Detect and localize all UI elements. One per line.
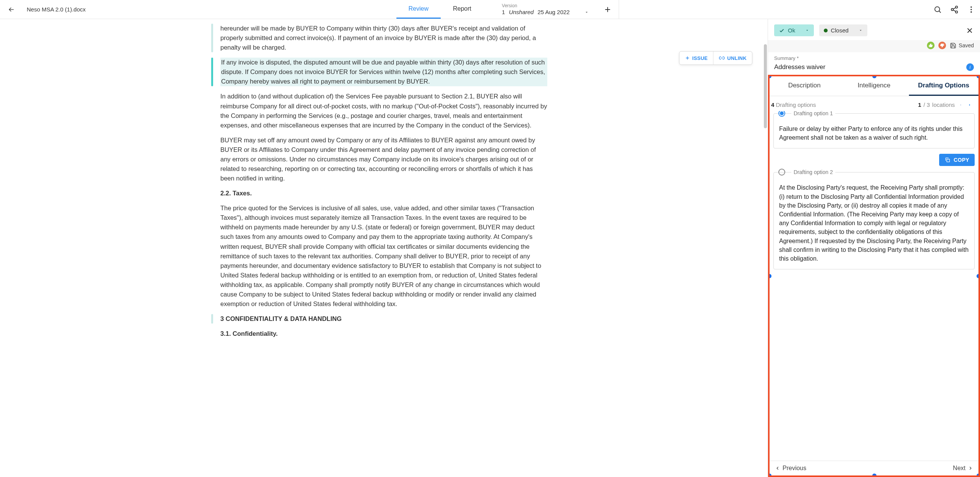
location-prev-button[interactable] (957, 103, 964, 107)
section-heading: 3 CONFIDENTIALITY & DATA HANDLING (220, 314, 547, 324)
thumbs-down-button[interactable] (938, 42, 946, 49)
resize-handle[interactable] (872, 474, 877, 477)
side-panel: Ok Closed (768, 19, 980, 477)
share-button[interactable] (950, 5, 959, 14)
svg-point-6 (970, 11, 972, 13)
options-label: Drafting options (776, 102, 816, 108)
chevron-left-icon (959, 103, 962, 107)
highlighted-region: Description Intelligence Drafting Option… (768, 75, 980, 477)
add-version-button[interactable] (603, 5, 612, 14)
previous-label: Previous (783, 465, 806, 472)
search-icon (933, 5, 942, 14)
option-label: Drafting option 1 (791, 111, 835, 116)
option-body: Failure or delay by either Party to enfo… (774, 124, 974, 148)
paragraph: The price quoted for the Services is inc… (220, 203, 547, 309)
svg-point-5 (970, 9, 972, 10)
arrow-left-icon (8, 6, 15, 13)
more-button[interactable] (967, 5, 975, 14)
more-vertical-icon (967, 5, 975, 14)
next-button[interactable]: Next (953, 465, 973, 472)
caret-down-icon (805, 28, 809, 32)
version-number: 1 (502, 9, 505, 16)
svg-point-4 (970, 6, 972, 8)
issue-button[interactable]: ISSUE (679, 52, 713, 64)
selection-toolbar: ISSUE UNLINK (679, 51, 752, 65)
share-icon (950, 5, 959, 14)
location-next-button[interactable] (966, 103, 973, 107)
svg-point-3 (956, 11, 958, 13)
unlink-button[interactable]: UNLINK (713, 52, 752, 64)
side-panel-meta: Saved (768, 40, 980, 52)
section-heading: 2.2. Taxes. (220, 189, 547, 198)
option-body: At the Disclosing Party's request, the R… (774, 183, 974, 269)
status-closed-dropdown[interactable]: Closed (819, 24, 867, 36)
scrollbar-thumb[interactable] (764, 44, 767, 128)
location-current: 1 (918, 102, 921, 108)
status-ok-label: Ok (788, 27, 795, 34)
save-icon (950, 42, 956, 49)
search-button[interactable] (933, 5, 942, 14)
tab-description[interactable]: Description (770, 76, 839, 96)
status-dot-icon (824, 29, 828, 32)
document-content: hereunder will be made by BUYER to Compa… (204, 19, 563, 351)
version-status: Unshared (509, 9, 534, 16)
status-closed-label: Closed (831, 27, 849, 34)
tab-report[interactable]: Report (441, 0, 484, 19)
summary-text[interactable]: Addresses waiver (774, 63, 825, 71)
chevron-right-icon (968, 466, 973, 471)
resize-handle[interactable] (872, 75, 877, 78)
paragraph-highlighted[interactable]: If any invoice is disputed, the disputed… (220, 58, 547, 86)
close-panel-button[interactable] (965, 26, 974, 35)
chevron-right-icon (968, 103, 972, 107)
paragraph: In addition to (and without duplication … (220, 92, 547, 130)
plus-icon (603, 5, 612, 14)
plus-icon (685, 55, 690, 61)
info-button[interactable]: i (966, 63, 974, 71)
locations-label: locations (932, 102, 955, 108)
resize-handle[interactable] (977, 474, 980, 477)
tab-review[interactable]: Review (396, 0, 441, 19)
tab-drafting-options[interactable]: Drafting Options (909, 76, 978, 96)
thumbs-up-button[interactable] (927, 42, 935, 49)
resize-handle[interactable] (768, 474, 771, 477)
previous-button[interactable]: Previous (775, 465, 806, 472)
check-icon (779, 27, 785, 34)
svg-point-1 (956, 6, 958, 8)
topbar-actions (933, 5, 975, 14)
saved-label: Saved (959, 42, 974, 48)
side-panel-header: Ok Closed (768, 19, 980, 40)
back-button[interactable] (5, 3, 18, 16)
thumbs-down-icon (940, 43, 944, 48)
unlink-label: UNLINK (727, 55, 747, 61)
version-label: Version (502, 3, 589, 8)
option-radio[interactable] (778, 169, 785, 176)
unlink-icon (719, 55, 725, 61)
document-pane[interactable]: ISSUE UNLINK hereunder will be made by B… (0, 19, 768, 477)
option-radio[interactable] (778, 111, 785, 117)
version-selector[interactable]: Version 1 Unshared 25 Aug 2022 (502, 3, 589, 15)
status-ok-dropdown[interactable]: Ok (774, 24, 814, 36)
issue-label: ISSUE (692, 55, 708, 61)
close-icon (965, 26, 974, 35)
copy-button[interactable]: COPY (939, 154, 975, 166)
paragraph: hereunder will be made by BUYER to Compa… (220, 24, 547, 52)
thumbs-up-icon (928, 43, 933, 48)
resize-handle[interactable] (977, 274, 980, 278)
drafting-subheader: 4 Drafting options 1 / 3 locations (770, 96, 978, 111)
copy-label: COPY (954, 157, 969, 163)
tab-intelligence[interactable]: Intelligence (839, 76, 909, 96)
summary-field-label: Summary * (774, 55, 974, 61)
chevron-left-icon (775, 466, 780, 471)
top-bar: Neso MSA 2.0 (1).docx Review Report Vers… (0, 0, 980, 19)
option-label: Drafting option 2 (791, 169, 835, 175)
saved-indicator: Saved (950, 42, 974, 49)
summary-section: Summary * Addresses waiver i (768, 52, 980, 75)
resize-handle[interactable] (977, 75, 980, 78)
options-count: 4 (771, 102, 774, 108)
drafting-options-list[interactable]: Drafting option 1 Failure or delay by ei… (770, 111, 978, 461)
location-total: / 3 (923, 102, 930, 108)
caret-down-icon (859, 28, 863, 32)
svg-point-2 (951, 8, 954, 11)
drafting-option-card: Drafting option 2 At the Disclosing Part… (773, 172, 975, 269)
version-date: 25 Aug 2022 (537, 9, 569, 16)
